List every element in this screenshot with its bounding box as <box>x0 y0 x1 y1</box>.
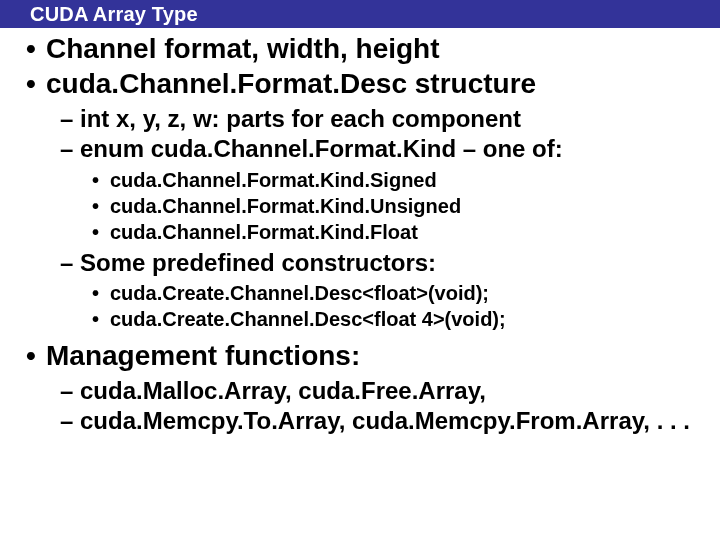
bullet-dot-icon: • <box>26 32 46 65</box>
bullet-dot-icon: • <box>92 194 110 219</box>
bullet-lvl3: •cuda.Channel.Format.Kind.Unsigned <box>92 194 700 219</box>
bullet-lvl3: •cuda.Create.Channel.Desc<float>(void); <box>92 281 700 306</box>
slide: CUDA Array Type •Channel format, width, … <box>0 0 720 540</box>
bullet-text: enum cuda.Channel.Format.Kind – one of: <box>80 135 563 162</box>
bullet-text: cuda.Create.Channel.Desc<float 4>(void); <box>110 308 506 330</box>
bullet-lvl3: •cuda.Channel.Format.Kind.Float <box>92 220 700 245</box>
bullet-lvl1: •Channel format, width, height <box>26 32 700 65</box>
bullet-lvl1: •cuda.Channel.Format.Desc structure <box>26 67 700 100</box>
bullet-dot-icon: • <box>92 307 110 332</box>
bullet-text: cuda.Malloc.Array, cuda.Free.Array, <box>80 377 486 404</box>
bullet-lvl2: – Some predefined constructors: <box>60 249 700 278</box>
bullet-text: cuda.Channel.Format.Kind.Unsigned <box>110 195 461 217</box>
bullet-lvl2: – cuda.Malloc.Array, cuda.Free.Array, <box>60 377 700 406</box>
bullet-text: int x, y, z, w: parts for each component <box>80 105 521 132</box>
bullet-text: Some predefined constructors: <box>80 249 436 276</box>
bullet-lvl2: – int x, y, z, w: parts for each compone… <box>60 105 700 134</box>
bullet-dot-icon: • <box>92 281 110 306</box>
bullet-text: cuda.Channel.Format.Kind.Float <box>110 221 418 243</box>
bullet-text: Management functions: <box>46 340 360 371</box>
bullet-text: Channel format, width, height <box>46 33 440 64</box>
bullet-dot-icon: • <box>92 220 110 245</box>
bullet-lvl2: – cuda.Memcpy.To.Array, cuda.Memcpy.From… <box>60 407 700 436</box>
bullet-lvl3: •cuda.Create.Channel.Desc<float 4>(void)… <box>92 307 700 332</box>
bullet-text: cuda.Channel.Format.Kind.Signed <box>110 169 437 191</box>
bullet-lvl2: – enum cuda.Channel.Format.Kind – one of… <box>60 135 700 164</box>
bullet-text: cuda.Create.Channel.Desc<float>(void); <box>110 282 489 304</box>
slide-title: CUDA Array Type <box>0 0 720 28</box>
bullet-dot-icon: • <box>26 339 46 372</box>
slide-body: •Channel format, width, height •cuda.Cha… <box>0 28 720 436</box>
bullet-dot-icon: • <box>92 168 110 193</box>
bullet-text: cuda.Memcpy.To.Array, cuda.Memcpy.From.A… <box>80 407 690 434</box>
bullet-lvl3: •cuda.Channel.Format.Kind.Signed <box>92 168 700 193</box>
bullet-dot-icon: • <box>26 67 46 100</box>
bullet-text: cuda.Channel.Format.Desc structure <box>46 68 536 99</box>
bullet-lvl1: •Management functions: <box>26 339 700 372</box>
